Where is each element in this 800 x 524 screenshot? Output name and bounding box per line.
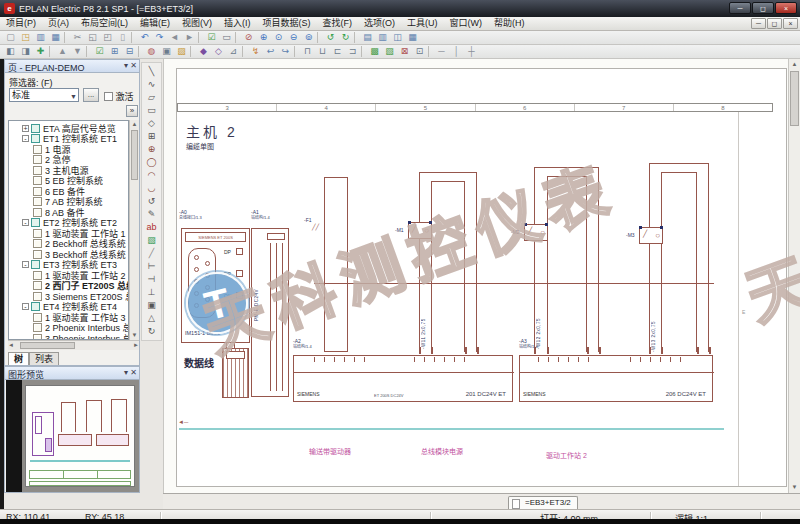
toolbar2-icon-8[interactable]: ⊞	[107, 45, 122, 58]
canvas-vertical-scrollbar[interactable]: ▲ ▼	[788, 59, 800, 493]
toolbar1-icon-30[interactable]: ▦	[405, 31, 420, 44]
draw-tool-icon-1[interactable]: ∿	[142, 78, 161, 91]
toolbar1-icon-20[interactable]: ⊙	[271, 31, 286, 44]
draw-tool-icon-7[interactable]: ◯	[142, 156, 161, 169]
toolbar2-icon-4[interactable]: ▲	[55, 45, 70, 58]
scroll-left-icon[interactable]: ◄	[8, 341, 14, 350]
draw-tool-icon-6[interactable]: ⊕	[142, 143, 161, 156]
toolbar1-icon-10[interactable]: ↶	[137, 31, 152, 44]
toolbar1-icon-12[interactable]: ◄	[167, 31, 182, 44]
toolbar1-icon-5[interactable]: ✂	[70, 31, 85, 44]
draw-tool-icon-8[interactable]: ◠	[142, 169, 161, 182]
panel-menu-icon[interactable]: ▾	[124, 368, 128, 377]
menu-insert[interactable]: 插入(I)	[218, 17, 257, 30]
maximize-button[interactable]: ◻	[752, 2, 774, 14]
scroll-right-icon[interactable]: ►	[133, 341, 139, 350]
toolbar2-icon-28[interactable]: ▩	[367, 45, 382, 58]
toolbar1-icon-28[interactable]: ▥	[375, 31, 390, 44]
toolbar2-icon-9[interactable]: ⊟	[122, 45, 137, 58]
toolbar2-icon-34[interactable]: │	[449, 45, 464, 58]
draw-tool-icon-20[interactable]: ↻	[142, 325, 161, 338]
filter-select[interactable]: 标准 ▼	[9, 88, 79, 102]
tree-horizontal-scrollbar[interactable]: ◄ ►	[8, 340, 139, 350]
panel-menu-icon[interactable]: ▾	[124, 61, 128, 70]
scroll-thumb[interactable]	[20, 342, 75, 349]
toolbar2-icon-13[interactable]: ▨	[174, 45, 189, 58]
toolbar2-icon-2[interactable]: ✚	[33, 45, 48, 58]
toolbar1-icon-19[interactable]: ⊕	[256, 31, 271, 44]
toolbar2-icon-17[interactable]: ⊿	[226, 45, 241, 58]
close-button[interactable]: ×	[775, 2, 797, 14]
toolbar2-icon-35[interactable]: ┼	[464, 45, 479, 58]
menu-edit[interactable]: 编辑(E)	[134, 17, 176, 30]
toolbar1-icon-29[interactable]: ◫	[390, 31, 405, 44]
menu-help[interactable]: 帮助(H)	[488, 17, 531, 30]
draw-tool-icon-17[interactable]: ⊥	[142, 286, 161, 299]
preview-header[interactable]: 图形预览 ▾ ✕	[5, 367, 139, 380]
toolbar1-icon-16[interactable]: ▭	[219, 31, 234, 44]
toolbar2-icon-19[interactable]: ↯	[248, 45, 263, 58]
scroll-thumb[interactable]	[131, 130, 138, 180]
preview-thumbnail[interactable]	[6, 380, 139, 492]
toolbar2-icon-5[interactable]: ▼	[70, 45, 85, 58]
menu-page[interactable]: 页(A)	[42, 17, 75, 30]
more-button[interactable]: »	[126, 105, 138, 117]
toolbar2-icon-33[interactable]: ─	[434, 45, 449, 58]
toolbar1-icon-27[interactable]: ▤	[360, 31, 375, 44]
toolbar1-icon-0[interactable]: ▢	[3, 31, 18, 44]
toolbar1-icon-15[interactable]: ☑	[204, 31, 219, 44]
draw-tool-icon-18[interactable]: ▣	[142, 299, 161, 312]
toolbar2-icon-30[interactable]: ⊠	[397, 45, 412, 58]
draw-tool-icon-14[interactable]: ╱	[142, 247, 161, 260]
menu-view[interactable]: 视图(V)	[176, 17, 218, 30]
menu-project-data[interactable]: 项目数据(S)	[257, 17, 317, 30]
draw-tool-icon-0[interactable]: ╲	[142, 65, 161, 78]
tab-tree[interactable]: 树	[8, 352, 29, 365]
panel-close-icon[interactable]: ✕	[130, 368, 137, 377]
toolbar2-icon-1[interactable]: ◨	[18, 45, 33, 58]
draw-tool-icon-19[interactable]: △	[142, 312, 161, 325]
motor-symbol[interactable]: ○╱ -M2	[524, 224, 548, 241]
minimize-button[interactable]: ─	[729, 2, 751, 14]
draw-tool-icon-15[interactable]: ⊢	[142, 260, 161, 273]
page-navigator-header[interactable]: 页 - EPLAN-DEMO ▾ ✕	[5, 60, 139, 73]
mdi-close-button[interactable]: ×	[783, 18, 798, 29]
tree-vertical-scrollbar[interactable]: ▲ ▼	[129, 120, 139, 340]
toolbar1-icon-18[interactable]: ⊘	[241, 31, 256, 44]
terminal-strip[interactable]: SIEMENS 206 DC24V ET	[519, 355, 713, 402]
sheet-tab[interactable]: =EB3+ET3/2	[508, 496, 578, 510]
toolbar1-icon-25[interactable]: ↻	[338, 31, 353, 44]
motor-symbol[interactable]: ○╱ -M3	[639, 227, 663, 244]
menu-options[interactable]: 选项(O)	[358, 17, 401, 30]
toolbar2-icon-20[interactable]: ↩	[263, 45, 278, 58]
toolbar2-icon-29[interactable]: ▧	[382, 45, 397, 58]
toolbar1-icon-24[interactable]: ↺	[323, 31, 338, 44]
draw-tool-icon-16[interactable]: ⊣	[142, 273, 161, 286]
terminal-strip[interactable]: SIEMENS ET 200S DC24V 201 DC24V ET	[293, 355, 513, 402]
toolbar1-icon-8[interactable]: ▯	[115, 31, 130, 44]
tree-expander-icon[interactable]: -	[22, 303, 29, 310]
tree-item[interactable]: 3 Phoenix Interbus 总	[9, 333, 128, 340]
menu-project[interactable]: 项目(P)	[0, 17, 42, 30]
toolbar1-icon-1[interactable]: ◳	[18, 31, 33, 44]
toolbar2-icon-12[interactable]: ▣	[159, 45, 174, 58]
tab-list[interactable]: 列表	[29, 352, 59, 365]
toolbar1-icon-21[interactable]: ⊖	[286, 31, 301, 44]
mdi-restore-button[interactable]: ◻	[767, 18, 782, 29]
tree-expander-icon[interactable]: -	[22, 261, 29, 268]
toolbar2-icon-23[interactable]: ⊓	[300, 45, 315, 58]
panel-close-icon[interactable]: ✕	[130, 61, 137, 70]
toolbar2-icon-7[interactable]: ☑	[92, 45, 107, 58]
toolbar1-icon-3[interactable]: ▦	[48, 31, 63, 44]
motor-symbol[interactable]: ○╱ -M1	[408, 222, 432, 239]
toolbar1-icon-13[interactable]: ►	[182, 31, 197, 44]
toolbar1-icon-2[interactable]: ▥	[33, 31, 48, 44]
toolbar1-icon-7[interactable]: ◰	[100, 31, 115, 44]
mdi-minimize-button[interactable]: ─	[751, 18, 766, 29]
tree-expander-icon[interactable]: -	[22, 219, 29, 226]
menu-window[interactable]: 窗口(W)	[444, 17, 489, 30]
toolbar1-icon-6[interactable]: ◱	[85, 31, 100, 44]
draw-tool-icon-12[interactable]: ab	[142, 221, 161, 234]
scroll-up-icon[interactable]: ▲	[130, 120, 139, 129]
toolbar2-icon-25[interactable]: ⊏	[330, 45, 345, 58]
